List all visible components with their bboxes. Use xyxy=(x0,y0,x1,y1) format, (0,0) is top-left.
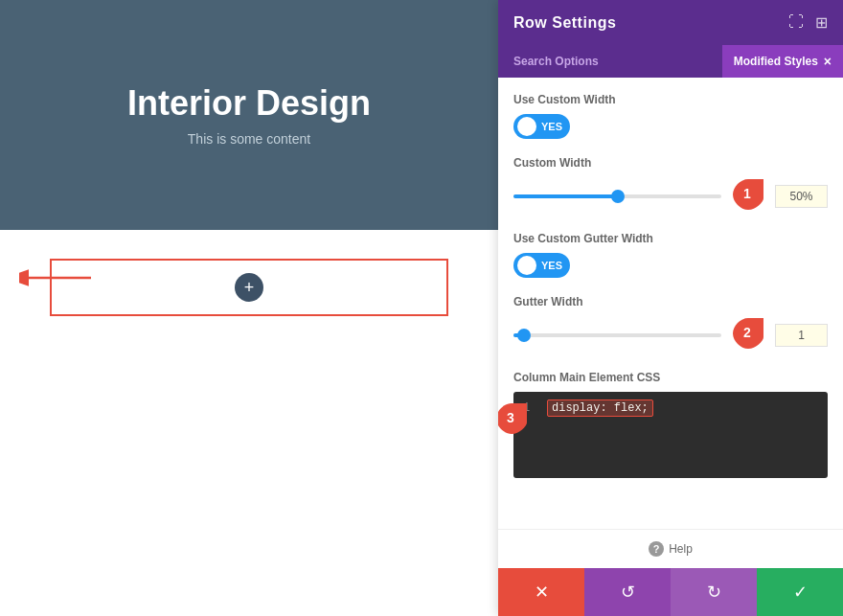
svg-text:2: 2 xyxy=(743,325,751,340)
column-css-label: Column Main Element CSS xyxy=(513,371,828,384)
help-label: Help xyxy=(669,542,693,556)
help-icon: ? xyxy=(649,541,664,557)
panel-title: Row Settings xyxy=(513,14,616,32)
field-custom-width: Custom Width 1 50% xyxy=(513,156,828,215)
hero-subtitle: This is some content xyxy=(188,131,310,147)
settings-panel: Row Settings ⛶ ⊞ Search Options Modified… xyxy=(498,0,843,616)
hero-title: Interior Design xyxy=(127,83,371,124)
gutter-width-thumb[interactable] xyxy=(517,329,531,342)
grid-icon[interactable]: ⊞ xyxy=(815,13,828,32)
panel-footer: ? Help xyxy=(498,529,843,568)
undo-button[interactable]: ↺ xyxy=(584,568,671,616)
column-css-wrapper: 3 1 display: flex; xyxy=(513,392,828,478)
custom-width-thumb[interactable] xyxy=(611,190,625,203)
custom-width-label: Custom Width xyxy=(513,156,828,170)
tab-close-button[interactable]: × xyxy=(824,54,832,69)
code-content: display: flex; xyxy=(547,401,653,415)
use-custom-gutter-toggle[interactable]: YES xyxy=(513,253,570,278)
tab-bar: Search Options Modified Styles × xyxy=(498,45,843,78)
use-custom-gutter-toggle-container: YES xyxy=(513,253,828,278)
field-use-custom-gutter: Use Custom Gutter Width YES xyxy=(513,232,828,278)
toggle-yes-label: YES xyxy=(541,121,562,132)
annotation-2-wrapper: 2 xyxy=(731,316,765,354)
use-custom-width-toggle[interactable]: YES xyxy=(513,114,570,139)
gutter-width-value[interactable]: 1 xyxy=(775,324,828,347)
svg-text:1: 1 xyxy=(743,186,751,201)
use-custom-width-toggle-container: YES xyxy=(513,114,828,139)
help-button[interactable]: ? Help xyxy=(649,541,693,557)
toggle-yes-gutter: YES xyxy=(541,260,562,271)
tab-search-options[interactable]: Search Options xyxy=(498,45,614,78)
annotation-3-wrapper: 3 xyxy=(498,401,529,439)
use-custom-gutter-label: Use Custom Gutter Width xyxy=(513,232,828,245)
use-custom-width-label: Use Custom Width xyxy=(513,93,828,106)
svg-text:3: 3 xyxy=(507,410,514,425)
save-button[interactable]: ✓ xyxy=(757,568,843,616)
annotation-1-wrapper: 1 xyxy=(731,177,765,215)
panel-header-icons: ⛶ ⊞ xyxy=(788,13,828,32)
custom-width-fill xyxy=(513,194,618,198)
canvas-area: Interior Design This is some content + xyxy=(0,0,498,616)
custom-width-slider-row: 1 50% xyxy=(513,177,828,215)
code-line-1: 1 display: flex; xyxy=(523,401,818,415)
toggle-knob-gutter xyxy=(517,256,536,275)
gutter-width-track[interactable] xyxy=(513,333,721,337)
redo-button[interactable]: ↻ xyxy=(671,568,757,616)
annotation-1-badge: 1 xyxy=(731,177,765,212)
annotation-2-badge: 2 xyxy=(731,316,765,351)
action-bar: ✕ ↺ ↻ ✓ xyxy=(498,568,843,616)
cancel-button[interactable]: ✕ xyxy=(498,568,584,616)
annotation-3-badge: 3 xyxy=(498,401,529,436)
field-use-custom-width: Use Custom Width YES xyxy=(513,93,828,139)
custom-width-track[interactable] xyxy=(513,194,721,198)
add-row-button[interactable]: + xyxy=(235,273,263,302)
toggle-knob xyxy=(517,117,536,136)
custom-width-value[interactable]: 50% xyxy=(775,185,828,208)
hero-section: Interior Design This is some content xyxy=(0,0,498,230)
field-column-css: Column Main Element CSS 3 1 display: fle… xyxy=(513,371,828,478)
gutter-width-label: Gutter Width xyxy=(513,295,828,308)
tab-modified-styles[interactable]: Modified Styles × xyxy=(722,45,843,78)
tab-modified-label: Modified Styles xyxy=(734,55,818,68)
add-row-section[interactable]: + xyxy=(50,259,448,316)
gutter-width-slider-row: 2 1 xyxy=(513,316,828,354)
panel-body: Use Custom Width YES Custom Width xyxy=(498,78,843,529)
code-highlight: display: flex; xyxy=(547,399,653,417)
panel-header: Row Settings ⛶ ⊞ xyxy=(498,0,843,45)
code-editor[interactable]: 1 display: flex; xyxy=(513,392,828,478)
field-gutter-width: Gutter Width 2 1 xyxy=(513,295,828,354)
fullscreen-icon[interactable]: ⛶ xyxy=(788,13,804,32)
